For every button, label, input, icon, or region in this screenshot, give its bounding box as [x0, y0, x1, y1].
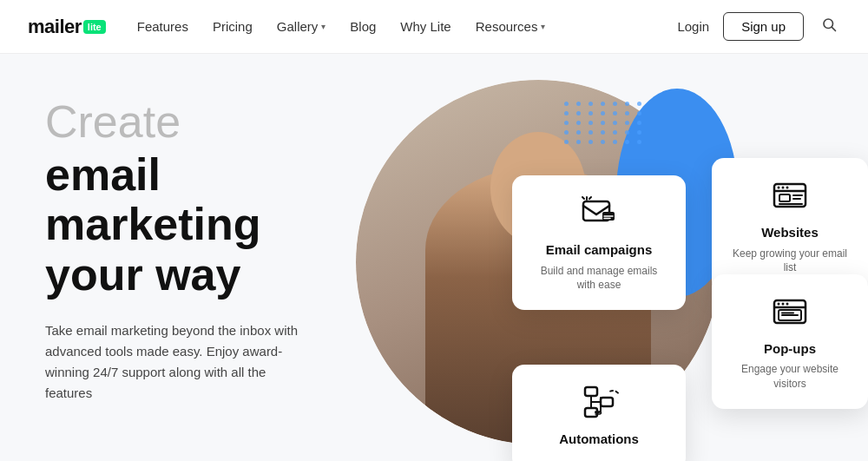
svg-line-1 [832, 27, 835, 30]
websites-desc: Keep growing your email list [731, 247, 849, 276]
signup-button[interactable]: Sign up [723, 12, 804, 41]
nav-features[interactable]: Features [137, 19, 188, 34]
email-campaigns-icon [578, 193, 620, 234]
logo-text: mailer [28, 16, 82, 38]
websites-icon [769, 175, 811, 217]
popups-icon [769, 292, 811, 333]
automations-icon [578, 382, 620, 424]
websites-title: Websites [731, 224, 849, 241]
svg-point-15 [778, 302, 780, 305]
nav-pricing[interactable]: Pricing [213, 19, 253, 34]
svg-rect-23 [601, 398, 613, 406]
popups-title: Pop-ups [731, 340, 849, 358]
automations-title: Automations [531, 431, 667, 448]
email-campaigns-desc: Build and manage emails with ease [531, 264, 667, 293]
popups-desc: Engage your website visitors [731, 362, 849, 392]
search-icon [821, 16, 837, 32]
nav-resources[interactable]: Resources ▾ [476, 19, 546, 34]
navbar: mailer lite Features Pricing Gallery ▾ B… [0, 0, 868, 54]
hero-visual: Email campaigns Build and manage emails … [339, 54, 868, 461]
gallery-chevron-icon: ▾ [321, 22, 326, 31]
login-link[interactable]: Login [677, 19, 709, 34]
nav-actions: Login Sign up [677, 12, 840, 41]
hero-section: Create email marketing your way Take ema… [0, 54, 868, 461]
svg-point-8 [786, 187, 789, 189]
search-button[interactable] [818, 13, 840, 40]
svg-point-17 [786, 302, 789, 305]
nav-whylite[interactable]: Why Lite [400, 19, 450, 34]
svg-rect-9 [779, 194, 790, 201]
nav-blog[interactable]: Blog [350, 19, 376, 34]
nav-links: Features Pricing Gallery ▾ Blog Why Lite… [137, 19, 678, 34]
nav-gallery[interactable]: Gallery ▾ [277, 19, 326, 34]
card-email-campaigns: Email campaigns Build and manage emails … [512, 175, 686, 310]
svg-rect-21 [585, 387, 597, 396]
email-campaigns-title: Email campaigns [531, 241, 667, 259]
hero-subtitle: email marketing your way [45, 150, 311, 300]
card-automations: Automations [512, 365, 686, 462]
hero-description: Take email marketing beyond the inbox wi… [45, 320, 311, 404]
svg-point-6 [778, 187, 780, 189]
hero-create-text: Create [45, 97, 311, 147]
logo[interactable]: mailer lite [28, 16, 106, 38]
hero-text: Create email marketing your way Take ema… [0, 54, 339, 461]
dot-grid-decoration [564, 102, 644, 144]
card-websites: Websites Keep growing your email list [712, 158, 868, 293]
logo-badge: lite [83, 20, 106, 34]
svg-point-7 [782, 187, 785, 189]
svg-point-16 [782, 302, 785, 305]
resources-chevron-icon: ▾ [541, 22, 545, 31]
card-popups: Pop-ups Engage your website visitors [712, 274, 868, 409]
